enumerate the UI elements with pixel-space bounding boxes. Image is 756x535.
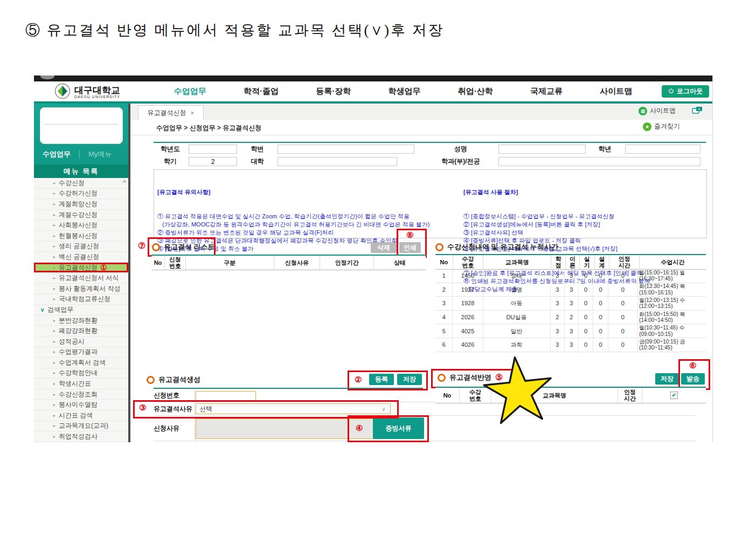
table-cell: 0 <box>579 269 594 283</box>
sidebar-item-계절수강신청[interactable]: ▸계절수강신청 <box>34 210 128 221</box>
table-cell: 0 <box>579 338 594 352</box>
sidebar-item-label: 사회봉사신청 <box>59 221 98 230</box>
sidebar-item-수업계획서 검색[interactable]: ▸수업계획서 검색 <box>34 358 128 368</box>
create-save-button[interactable]: 저장 <box>397 374 422 385</box>
arrow-right-icon: ▸ <box>53 413 56 418</box>
sidebar-item-수강신청[interactable]: ▸수강신청 <box>34 178 128 189</box>
university-logo-icon <box>54 83 71 101</box>
field-input-성명[interactable] <box>498 145 586 154</box>
sidebar-item-사회봉사신청[interactable]: ▸사회봉사신청 <box>34 220 128 231</box>
table-header-cell: No <box>435 388 460 403</box>
apply-title: 유고결석반영 ⑤ <box>438 373 503 382</box>
enrollment-row[interactable]: 11450생태33000월(15:00~16:15) 월(16:30~17:45… <box>435 269 706 283</box>
sidebar-item-label: 학생시간표 <box>59 379 91 388</box>
sidebar-item-헌혈봉사신청[interactable]: ▸헌혈봉사신청 <box>34 231 128 242</box>
nav-item-사이트맵[interactable]: 사이트맵 <box>600 86 632 97</box>
field-input-학과(부)/전공[interactable] <box>498 157 700 166</box>
sidebar-tab-수업업무[interactable]: 수업업무 <box>34 149 79 159</box>
enrollment-row[interactable]: 21927생명33000화(13:30~14:45) 목(15:00~16:15… <box>435 283 706 297</box>
attachment-button[interactable]: 증빙서류 <box>373 417 424 439</box>
sidebar-item-수강신청조회[interactable]: ▸수강신청조회 <box>34 389 128 400</box>
notice-line: (가상강좌, MOOC강좌 등 원격수업과 학습기간이 유고결석 허용기간보다 … <box>157 221 459 229</box>
annotation-badge-8: ⑧ <box>406 231 413 239</box>
sidebar-item-분반강좌현황[interactable]: ▸분반강좌현황 <box>34 315 128 326</box>
delete-button[interactable]: 삭제 <box>371 242 397 253</box>
close-all-tabs-button[interactable]: × <box>692 106 703 115</box>
send-button[interactable]: 발송 <box>681 373 705 385</box>
nav-item-수업업무[interactable]: 수업업무 <box>174 86 206 97</box>
sidebar-item-검색업무[interactable]: ∨검색업무 <box>34 305 128 315</box>
sidebar-item-수업평가결과[interactable]: ▸수업평가결과 <box>34 347 128 358</box>
field-input-대학[interactable] <box>278 157 397 166</box>
reason-select[interactable]: 선택 ∨ <box>196 403 391 414</box>
reason-label: 유고결석사유 <box>154 402 195 415</box>
tab-close-icon[interactable]: × <box>190 109 194 117</box>
sidebar-item-label: 취업적성검사 <box>59 432 98 441</box>
sidebar-item-수강학점안내[interactable]: ▸수강학점안내 <box>34 368 128 379</box>
table-cell: 4 <box>435 311 453 324</box>
table-cell: 0 <box>593 297 608 310</box>
table-cell: 3 <box>551 283 565 297</box>
nav-item-취업·산학[interactable]: 취업·산학 <box>458 86 493 97</box>
sidebar-item-봉사 활동계획서 작성[interactable]: ▸봉사 활동계획서 작성 <box>34 284 128 294</box>
logo-title: 대구대학교 <box>74 86 120 95</box>
arrow-right-icon: ▸ <box>53 402 56 407</box>
favorites-button[interactable]: ★ 즐겨찾기 <box>643 122 680 131</box>
sidebar-item-폐강강좌현황[interactable]: ▸폐강강좌현황 <box>34 326 128 337</box>
enrollment-row[interactable]: 64026과학33000금(09:00~10:15) 금(10:30~11:45… <box>435 338 706 352</box>
notice-procedure-title: [유고결석 사용 절차] <box>463 188 703 196</box>
sidebar-item-백신 공결신청[interactable]: ▸백신 공결신청 <box>34 252 128 263</box>
arrow-right-icon: ▸ <box>53 265 56 270</box>
detail-input[interactable] <box>196 419 374 439</box>
print-button[interactable]: 인쇄 <box>399 242 421 253</box>
nav-item-학생업무[interactable]: 학생업무 <box>388 86 420 97</box>
sidebar-item-label: 성적공시 <box>59 337 85 346</box>
sidebar-item-계절희망신청[interactable]: ▸계절희망신청 <box>34 199 128 210</box>
table-header-cell: 설 계 <box>595 255 610 269</box>
table-header-cell: 실 기 <box>580 255 595 269</box>
notice-line: ① [종합정보시스템] - 수업업무 - 신청업무 - 유고결석신청 <box>463 212 703 221</box>
sidebar-item-생리 공결신청[interactable]: ▸생리 공결신청 <box>34 242 128 252</box>
sidebar-item-유고결석신청서 서식[interactable]: ▸유고결석신청서 서식 <box>34 273 128 284</box>
enrollment-row[interactable]: 54025일반33000월(10:30~11:45) 수(09:00~10:15… <box>435 324 706 338</box>
sidebar-item-교과목개요(교과)[interactable]: ▸교과목개요(교과) <box>34 421 128 432</box>
table-cell: 1 <box>435 269 453 283</box>
register-button[interactable]: 등록 <box>369 374 394 385</box>
table-header-cell: 인정 시간 <box>618 388 642 403</box>
sidebar-item-학생시간표[interactable]: ▸학생시간표 <box>34 379 128 389</box>
appno-input[interactable] <box>196 391 256 402</box>
arrow-right-icon: ▸ <box>53 328 56 333</box>
sidebar-item-국내학점교류신청[interactable]: ▸국내학점교류신청 <box>34 294 128 305</box>
absence-list-title: 유고결석 리스트 <box>152 242 215 252</box>
sidebar-item-수강허가신청[interactable]: ▸수강허가신청 <box>34 189 128 200</box>
sidebar-tabs: 수업업무My메뉴 <box>34 146 128 163</box>
bullet-icon <box>438 374 446 382</box>
sidebar-item-유고결석신청[interactable]: ▸유고결석신청① <box>34 263 128 273</box>
sidebar-item-시간표 검색[interactable]: ▸시간표 검색 <box>34 410 128 421</box>
sitemap-link[interactable]: ▦ 사이트맵 <box>639 106 676 115</box>
field-input-학번[interactable] <box>278 145 414 154</box>
arrow-right-icon: ▸ <box>53 234 56 238</box>
sidebar-tab-My메뉴[interactable]: My메뉴 <box>80 149 120 159</box>
nav-item-국제교류[interactable]: 국제교류 <box>530 86 563 97</box>
apply-save-button[interactable]: 저장 <box>655 373 679 385</box>
nav-item-등록·장학[interactable]: 등록·장학 <box>316 86 351 97</box>
student-form-row: 학기대학학과(부)/전공 <box>154 155 706 167</box>
field-label-대학: 대학 <box>239 155 275 167</box>
select-all-checkbox[interactable]: ✔ <box>670 392 678 399</box>
table-cell: 생태 <box>483 269 551 283</box>
sidebar-item-label: 계절수강신청 <box>59 210 98 220</box>
logout-button[interactable]: 로그아웃 <box>662 85 709 98</box>
enrollment-row[interactable]: 42026DU실용22000화(15:00~15:50) 목(14:00~14:… <box>435 311 706 325</box>
sidebar-item-봉사이수열람[interactable]: ▸봉사이수열람 <box>34 400 128 410</box>
field-input-학년도[interactable] <box>189 145 237 154</box>
nav-item-학적·졸업[interactable]: 학적·졸업 <box>244 86 279 97</box>
table-header-cell: 구분 <box>186 256 274 270</box>
field-input-학년[interactable] <box>625 145 700 154</box>
enrollment-row[interactable]: 31928아동33000월(12:00~13:15) 수(12:00~13:15… <box>435 297 706 311</box>
svg-text:×: × <box>698 107 700 111</box>
sidebar-item-성적공시[interactable]: ▸성적공시 <box>34 337 128 347</box>
tab-absence-application[interactable]: 유고결석신청 × <box>138 105 204 120</box>
field-input-학기[interactable] <box>189 157 237 166</box>
sidebar-item-취업적성검사[interactable]: ▸취업적성검사 <box>34 431 128 442</box>
